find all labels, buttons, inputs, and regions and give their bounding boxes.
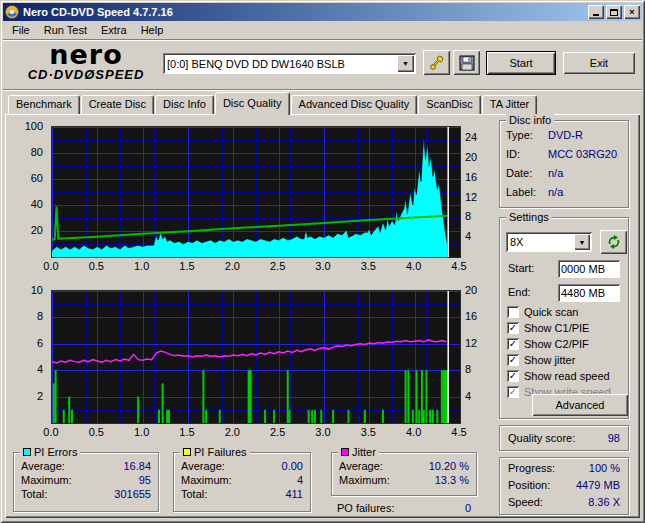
stat-box-jitter: JitterAverage:10.20 %Maximum:13.3 % (331, 452, 477, 496)
refresh-button[interactable] (600, 230, 627, 254)
tab-ta-jitter[interactable]: TA Jitter (482, 95, 538, 114)
checkbox-box[interactable]: ✓ (507, 354, 519, 366)
x-axis-tick: 2.0 (218, 260, 246, 272)
stat-label: Maximum: (181, 474, 232, 486)
x-axis-tick: 4.5 (445, 260, 473, 272)
x-axis-tick: 0.0 (37, 260, 65, 272)
close-button[interactable]: × (624, 5, 640, 19)
stat-value: 411 (285, 488, 303, 500)
right-axis-tick: 4 (465, 390, 471, 402)
stat-label: Total: (21, 488, 47, 500)
tab-scandisc[interactable]: ScanDisc (418, 95, 480, 114)
pi-errors-chart: 1008060402024201612840.00.51.01.52.02.53… (11, 126, 493, 274)
left-axis-tick: 8 (11, 310, 43, 322)
tab-create-disc[interactable]: Create Disc (81, 95, 154, 114)
tab-advanced-disc-quality[interactable]: Advanced Disc Quality (291, 95, 418, 114)
close-icon: × (629, 7, 634, 17)
right-axis-tick: 12 (465, 337, 477, 349)
header-toolbar: nero CD·DVDØSPEED [0:0] BENQ DVD DD DW16… (3, 40, 642, 90)
stat-label: Average: (21, 460, 65, 472)
stat-legend: PI Failures (180, 446, 250, 458)
tab-disc-info[interactable]: Disc Info (155, 95, 214, 114)
advanced-button[interactable]: Advanced (532, 394, 628, 416)
checkbox-show-c1-pie[interactable]: ✓Show C1/PIE (507, 320, 624, 336)
checkbox-label: Show read speed (524, 370, 610, 382)
disc-info-rows: Type:DVD-RID:MCC 03RG20Date:n/aLabel:n/a (506, 129, 622, 205)
left-axis-tick: 2 (11, 390, 43, 402)
menu-run-test[interactable]: Run Test (37, 22, 94, 38)
exit-button[interactable]: Exit (563, 52, 635, 74)
checkbox-box[interactable] (507, 306, 519, 318)
disc-info-label: Type: (506, 129, 548, 148)
chevron-down-icon[interactable]: ▼ (397, 55, 414, 72)
title-bar: Nero CD-DVD Speed 4.7.7.16 × (3, 3, 642, 21)
stat-legend: PI Errors (20, 446, 80, 458)
checkbox-label: Show jitter (524, 354, 575, 366)
right-axis-tick: 8 (465, 210, 471, 222)
checkbox-show-read-speed[interactable]: ✓Show read speed (507, 368, 624, 384)
left-axis-tick: 60 (11, 172, 43, 184)
progress-label: Speed: (508, 496, 543, 513)
stat-row: Average:0.00 (174, 459, 310, 473)
checkbox-show-c2-pif[interactable]: ✓Show C2/PIF (507, 336, 624, 352)
right-axis-tick: 20 (465, 284, 477, 296)
drive-select[interactable]: [0:0] BENQ DVD DD DW1640 BSLB ▼ (163, 53, 416, 74)
disc-info-value: MCC 03RG20 (548, 148, 617, 167)
chevron-down-icon[interactable]: ▼ (574, 234, 590, 250)
menu-extra[interactable]: Extra (94, 22, 134, 38)
end-field[interactable] (558, 284, 620, 302)
x-axis-tick: 0.5 (82, 426, 110, 438)
left-axis-tick: 100 (11, 120, 43, 132)
x-axis-tick: 4.0 (400, 426, 428, 438)
disc-info-row: ID:MCC 03RG20 (506, 148, 622, 167)
po-failures-value: 0 (465, 502, 471, 514)
x-axis-tick: 3.5 (354, 260, 382, 272)
stat-value: 95 (139, 474, 151, 486)
legend-color-icon (183, 448, 191, 456)
maximize-button[interactable] (606, 5, 622, 19)
right-axis-tick: 16 (465, 171, 477, 183)
stat-value: 13.3 % (435, 474, 469, 486)
checkbox-show-jitter[interactable]: ✓Show jitter (507, 352, 624, 368)
stat-label: Maximum: (339, 474, 390, 486)
stat-label: Maximum: (21, 474, 72, 486)
checkbox-quick-scan[interactable]: Quick scan (507, 304, 624, 320)
progress-panel: Progress:100 %Position:4479 MBSpeed:8.36… (499, 457, 629, 515)
stat-row: Total:301655 (14, 487, 158, 501)
menu-file[interactable]: File (5, 22, 37, 38)
checkbox-box[interactable]: ✓ (507, 338, 519, 350)
tab-benchmark[interactable]: Benchmark (8, 95, 80, 114)
disc-info-row: Label:n/a (506, 186, 622, 205)
checkbox-box[interactable]: ✓ (507, 322, 519, 334)
menu-help[interactable]: Help (134, 22, 171, 38)
minimize-button[interactable] (588, 5, 604, 19)
stat-title: PI Failures (194, 446, 247, 458)
disc-info-legend: Disc info (506, 114, 554, 126)
eject-tools-button[interactable] (423, 50, 450, 75)
x-axis-tick: 0.5 (82, 260, 110, 272)
right-axis-tick: 4 (465, 230, 471, 242)
stat-title: PI Errors (34, 446, 77, 458)
x-axis-tick: 2.5 (264, 260, 292, 272)
legend-color-icon (23, 448, 31, 456)
progress-label: Position: (508, 479, 550, 496)
checkbox-box: ✓ (507, 386, 519, 398)
tab-disc-quality[interactable]: Disc Quality (215, 92, 290, 115)
disc-info-row: Type:DVD-R (506, 129, 622, 148)
po-failures-row: PO failures:0 (331, 496, 477, 514)
start-button[interactable]: Start (487, 52, 555, 74)
quality-score-label: Quality score: (508, 432, 575, 444)
speed-select[interactable]: 8X ▼ (506, 232, 592, 252)
progress-value: 100 % (589, 462, 620, 479)
stat-label: Average: (181, 460, 225, 472)
left-axis-tick: 6 (11, 337, 43, 349)
stats-row: PI ErrorsAverage:16.84Maximum:95Total:30… (13, 452, 489, 514)
checkbox-box[interactable]: ✓ (507, 370, 519, 382)
settings-legend: Settings (506, 211, 552, 223)
stat-value: 16.84 (123, 460, 151, 472)
right-panel: Disc info Type:DVD-RID:MCC 03RG20Date:n/… (493, 114, 633, 515)
start-field[interactable] (558, 260, 620, 278)
disc-info-value: DVD-R (548, 129, 583, 148)
floppy-disk-icon (459, 55, 475, 71)
save-button[interactable] (453, 50, 480, 75)
